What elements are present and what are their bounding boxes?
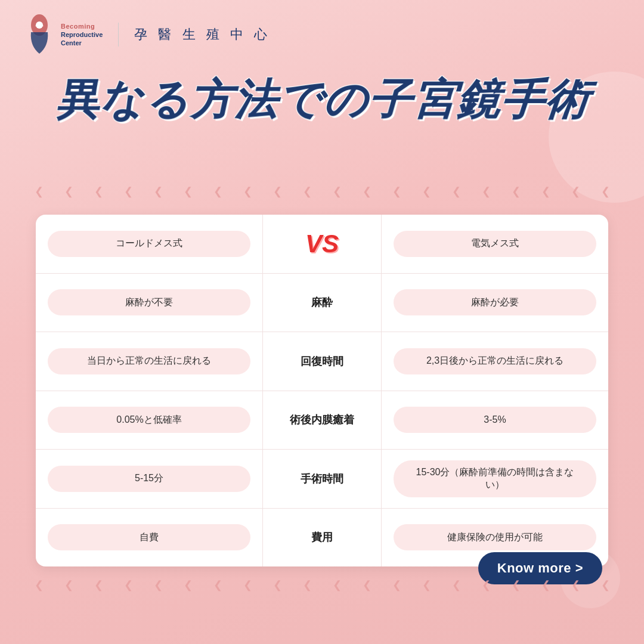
table-row-1: 麻酔が不要 麻酔 麻酔が必要 (36, 274, 608, 333)
chevron-b-17: ❮ (512, 578, 521, 592)
cell-right-1: 麻酔が必要 (394, 289, 596, 315)
col-center-0: VS (262, 215, 382, 273)
table-row-2: 当日から正常の生活に戻れる 回復時間 2,3日後から正常の生活に戻れる (36, 332, 608, 391)
col-left-0: コールドメス式 (36, 215, 262, 273)
chevron-b-3: ❮ (94, 578, 103, 592)
chevron-13: ❮ (392, 185, 401, 198)
chevron-7: ❮ (213, 185, 222, 198)
col-right-4: 15-30分（麻酔前準備の時間は含まない） (382, 450, 608, 508)
chevron-15: ❮ (452, 185, 461, 198)
cell-right-2: 2,3日後から正常の生活に戻れる (394, 348, 596, 374)
cell-left-5: 自費 (48, 524, 250, 550)
col-left-2: 当日から正常の生活に戻れる (36, 332, 262, 391)
chevron-8: ❮ (243, 185, 252, 198)
chevron-b-14: ❮ (422, 578, 431, 592)
logo-area: Becoming Reproductive Center (24, 13, 103, 56)
chevron-4: ❮ (124, 185, 133, 198)
brand-becoming: Becoming (61, 22, 103, 30)
table-row-4: 5-15分 手術時間 15-30分（麻酔前準備の時間は含まない） (36, 450, 608, 509)
chevron-b-18: ❮ (541, 578, 550, 592)
header: Becoming Reproductive Center 孕 醫 生 殖 中 心 (0, 0, 644, 69)
cell-left-2: 当日から正常の生活に戻れる (48, 348, 250, 374)
chevron-b-20: ❮ (601, 578, 610, 592)
header-divider (118, 23, 119, 47)
chevron-row-top: ❮ ❮ ❮ ❮ ❮ ❮ ❮ ❮ ❮ ❮ ❮ ❮ ❮ ❮ ❮ ❮ ❮ ❮ ❮ ❮ (24, 185, 620, 198)
chinese-title: 孕 醫 生 殖 中 心 (134, 26, 271, 44)
chevron-b-15: ❮ (452, 578, 461, 592)
col-right-2: 2,3日後から正常の生活に戻れる (382, 332, 608, 391)
chevron-b-13: ❮ (392, 578, 401, 592)
chevron-b-16: ❮ (482, 578, 491, 592)
chevron-3: ❮ (94, 185, 103, 198)
chevron-b-4: ❮ (124, 578, 133, 592)
col-left-4: 5-15分 (36, 450, 262, 508)
chevron-b-5: ❮ (154, 578, 163, 592)
chevron-b-1: ❮ (35, 578, 44, 592)
chevron-2: ❮ (64, 185, 73, 198)
logo-icon (24, 13, 55, 56)
chevron-6: ❮ (184, 185, 193, 198)
table-row-0: コールドメス式 VS 電気メス式 (36, 215, 608, 274)
col-right-3: 3-5% (382, 391, 608, 450)
chevron-16: ❮ (482, 185, 491, 198)
table-row-3: 0.05%と低確率 術後内膜癒着 3-5% (36, 391, 608, 450)
col-center-2: 回復時間 (262, 332, 382, 391)
chevron-17: ❮ (512, 185, 521, 198)
cell-left-0: コールドメス式 (48, 231, 250, 257)
center-label-5: 費用 (311, 530, 333, 544)
chevron-b-8: ❮ (243, 578, 252, 592)
brand-reproductive: Reproductive (61, 30, 103, 39)
chevron-b-7: ❮ (213, 578, 222, 592)
chevron-b-11: ❮ (333, 578, 342, 592)
col-left-1: 麻酔が不要 (36, 274, 262, 332)
comparison-table: コールドメス式 VS 電気メス式 麻酔が不要 (36, 215, 608, 566)
chevron-b-12: ❮ (363, 578, 371, 592)
chevron-11: ❮ (333, 185, 342, 198)
chevron-b-9: ❮ (273, 578, 282, 592)
center-label-2: 回復時間 (301, 354, 343, 369)
chevron-18: ❮ (541, 185, 550, 198)
chevron-12: ❮ (363, 185, 371, 198)
chevron-5: ❮ (154, 185, 163, 198)
col-center-4: 手術時間 (262, 450, 382, 508)
center-label-4: 手術時間 (301, 472, 343, 486)
vs-label: VS (305, 230, 339, 258)
chevron-14: ❮ (422, 185, 431, 198)
chevron-b-2: ❮ (64, 578, 73, 592)
col-right-0: 電気メス式 (382, 215, 608, 273)
cell-left-1: 麻酔が不要 (48, 289, 250, 315)
chevron-b-6: ❮ (184, 578, 193, 592)
comparison-table-container: コールドメス式 VS 電気メス式 麻酔が不要 (36, 215, 608, 566)
chevron-b-19: ❮ (571, 578, 580, 592)
cell-right-0: 電気メス式 (394, 231, 596, 257)
center-label-1: 麻酔 (311, 295, 333, 309)
col-center-3: 術後内膜癒着 (262, 391, 382, 450)
chevron-9: ❮ (273, 185, 282, 198)
cell-right-4: 15-30分（麻酔前準備の時間は含まない） (394, 460, 596, 497)
main-title: 異なる方法での子宮鏡手術 (0, 72, 644, 128)
chevron-b-10: ❮ (303, 578, 312, 592)
chevron-10: ❮ (303, 185, 312, 198)
brand-text: Becoming Reproductive Center (61, 22, 103, 48)
chevron-1: ❮ (35, 185, 44, 198)
col-center-5: 費用 (262, 509, 382, 567)
center-label-3: 術後内膜癒着 (290, 413, 354, 427)
chevron-row-bottom: ❮ ❮ ❮ ❮ ❮ ❮ ❮ ❮ ❮ ❮ ❮ ❮ ❮ ❮ ❮ ❮ ❮ ❮ ❮ ❮ (24, 578, 620, 592)
col-left-5: 自費 (36, 509, 262, 567)
col-center-1: 麻酔 (262, 274, 382, 332)
chevron-20: ❮ (601, 185, 610, 198)
cell-right-3: 3-5% (394, 407, 596, 433)
page: Becoming Reproductive Center 孕 醫 生 殖 中 心… (0, 0, 644, 644)
col-left-3: 0.05%と低確率 (36, 391, 262, 450)
cell-left-3: 0.05%と低確率 (48, 407, 250, 433)
cell-right-5: 健康保険の使用が可能 (394, 524, 596, 550)
chevron-19: ❮ (571, 185, 580, 198)
cell-left-4: 5-15分 (48, 466, 250, 492)
col-right-1: 麻酔が必要 (382, 274, 608, 332)
brand-center: Center (61, 39, 103, 47)
